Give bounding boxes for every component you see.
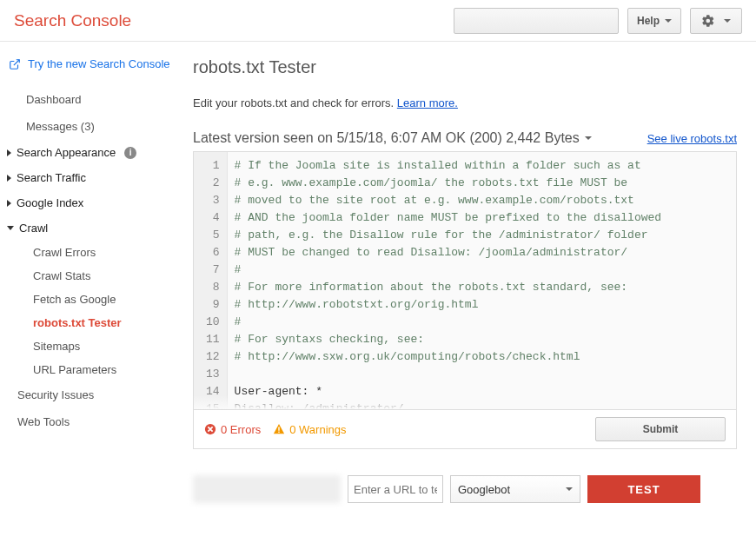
- url-prefix: [193, 475, 341, 503]
- layout: Try the new Search Console Dashboard Mes…: [0, 42, 756, 543]
- sidebar-crawl-errors[interactable]: Crawl Errors: [0, 241, 184, 264]
- version-dropdown[interactable]: Latest version seen on 5/15/18, 6:07 AM …: [193, 130, 592, 146]
- code-area[interactable]: # If the Joomla site is installed within…: [228, 152, 736, 409]
- sidebar-security[interactable]: Security Issues: [0, 381, 184, 408]
- svg-rect-2: [279, 427, 280, 430]
- submit-button[interactable]: Submit: [595, 417, 726, 441]
- arrow-right-icon: [7, 149, 11, 156]
- chevron-down-icon: [585, 136, 592, 140]
- test-bar: Googlebot TEST: [193, 475, 737, 503]
- warnings-status: 0 Warnings: [273, 423, 346, 436]
- sidebar: Try the new Search Console Dashboard Mes…: [0, 42, 184, 543]
- errors-status: 0 Errors: [204, 423, 261, 436]
- help-button[interactable]: Help: [627, 8, 681, 34]
- brand-title: Search Console: [14, 11, 131, 30]
- svg-rect-3: [279, 432, 280, 433]
- page-title: robots.txt Tester: [193, 57, 737, 77]
- sidebar-robots[interactable]: robots.txt Tester: [0, 311, 184, 334]
- sidebar-sitemaps[interactable]: Sitemaps: [0, 334, 184, 358]
- header-right: Help: [454, 8, 742, 34]
- chevron-down-icon: [724, 19, 731, 23]
- sidebar-fetch[interactable]: Fetch as Google: [0, 288, 184, 311]
- sidebar-group-crawl[interactable]: Crawl: [0, 215, 184, 241]
- warning-icon: [273, 423, 285, 435]
- live-robots-link[interactable]: See live robots.txt: [647, 132, 737, 145]
- sidebar-url-params[interactable]: URL Parameters: [0, 358, 184, 381]
- page-subtitle: Edit your robots.txt and check for error…: [193, 96, 737, 109]
- property-selector[interactable]: [454, 8, 619, 34]
- robots-editor[interactable]: 123456789101112131415 # If the Joomla si…: [193, 151, 737, 410]
- chevron-down-icon: [665, 19, 672, 23]
- warnings-text: 0 Warnings: [289, 423, 346, 436]
- sidebar-messages[interactable]: Messages (3): [0, 113, 184, 140]
- info-icon: i: [124, 147, 136, 159]
- try-new-label: Try the new Search Console: [28, 57, 170, 70]
- arrow-right-icon: [7, 200, 11, 207]
- bot-select[interactable]: Googlebot: [450, 475, 580, 503]
- group-label: Google Index: [17, 196, 83, 209]
- help-label: Help: [637, 15, 660, 27]
- sidebar-crawl-stats[interactable]: Crawl Stats: [0, 264, 184, 288]
- sidebar-group-index[interactable]: Google Index: [0, 190, 184, 215]
- settings-button[interactable]: [690, 8, 742, 34]
- chevron-down-icon: [566, 487, 573, 491]
- learn-more-link[interactable]: Learn more.: [397, 96, 458, 109]
- group-label: Crawl: [19, 222, 48, 235]
- arrow-down-icon: [7, 226, 14, 230]
- group-label: Search Appearance: [17, 146, 116, 159]
- header: Search Console Help: [0, 0, 756, 42]
- sidebar-dashboard[interactable]: Dashboard: [0, 86, 184, 113]
- sidebar-group-appearance[interactable]: Search Appearance i: [0, 140, 184, 165]
- sidebar-group-traffic[interactable]: Search Traffic: [0, 165, 184, 190]
- external-link-icon: [9, 58, 21, 70]
- svg-line-0: [14, 59, 19, 64]
- status-bar: 0 Errors 0 Warnings Submit: [193, 410, 737, 449]
- sidebar-web-tools[interactable]: Web Tools: [0, 408, 184, 435]
- url-input[interactable]: [348, 475, 443, 503]
- version-label: Latest version seen on 5/15/18, 6:07 AM …: [193, 130, 580, 146]
- bot-label: Googlebot: [458, 483, 510, 496]
- test-button[interactable]: TEST: [587, 475, 700, 503]
- arrow-right-icon: [7, 175, 11, 182]
- errors-text: 0 Errors: [221, 423, 261, 436]
- main: robots.txt Tester Edit your robots.txt a…: [184, 42, 756, 543]
- line-gutter: 123456789101112131415: [194, 152, 228, 409]
- group-label: Search Traffic: [17, 171, 86, 184]
- subtitle-text: Edit your robots.txt and check for error…: [193, 96, 397, 109]
- fade-overlay: [194, 395, 736, 409]
- try-new-link[interactable]: Try the new Search Console: [0, 54, 184, 86]
- gear-icon: [701, 14, 715, 28]
- error-icon: [204, 423, 216, 435]
- version-bar: Latest version seen on 5/15/18, 6:07 AM …: [193, 130, 737, 146]
